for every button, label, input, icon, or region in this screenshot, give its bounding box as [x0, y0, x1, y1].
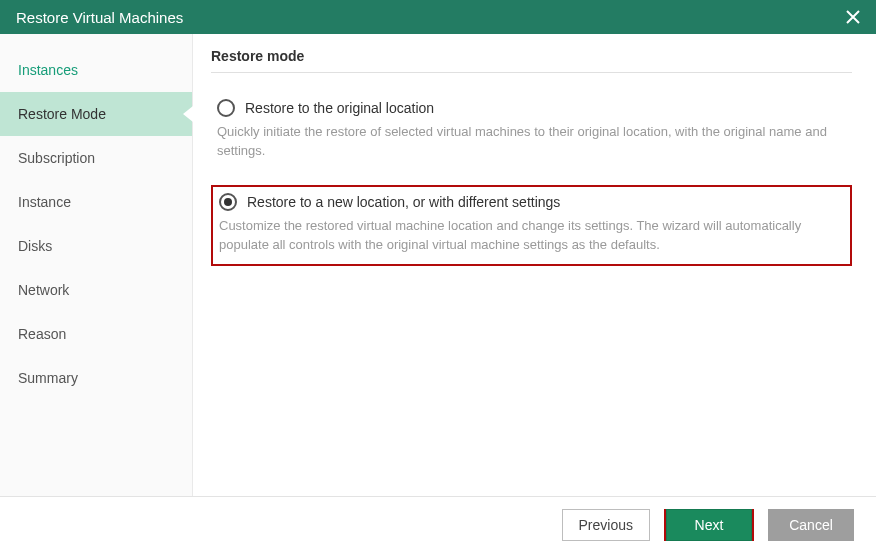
option-description: Customize the restored virtual machine l…	[219, 217, 844, 255]
sidebar-item-reason[interactable]: Reason	[0, 312, 192, 356]
option-label: Restore to the original location	[245, 100, 434, 116]
wizard-sidebar: Instances Restore Mode Subscription Inst…	[0, 34, 193, 496]
next-button[interactable]: Next	[666, 509, 752, 541]
radio-icon	[217, 99, 235, 117]
close-icon[interactable]	[842, 6, 864, 28]
option-new-location: Restore to a new location, or with diffe…	[211, 185, 852, 267]
main-panel: Restore mode Restore to the original loc…	[193, 34, 876, 496]
page-title: Restore mode	[211, 48, 852, 73]
sidebar-item-subscription[interactable]: Subscription	[0, 136, 192, 180]
sidebar-item-label: Disks	[18, 238, 52, 254]
sidebar-item-instance[interactable]: Instance	[0, 180, 192, 224]
dialog-title: Restore Virtual Machines	[16, 9, 842, 26]
radio-original-location[interactable]: Restore to the original location	[217, 99, 846, 117]
radio-icon	[219, 193, 237, 211]
option-original-location: Restore to the original location Quickly…	[211, 95, 852, 165]
sidebar-item-label: Reason	[18, 326, 66, 342]
sidebar-item-disks[interactable]: Disks	[0, 224, 192, 268]
sidebar-item-instances[interactable]: Instances	[0, 48, 192, 92]
option-description: Quickly initiate the restore of selected…	[217, 123, 846, 161]
sidebar-item-label: Summary	[18, 370, 78, 386]
sidebar-item-label: Instance	[18, 194, 71, 210]
sidebar-item-label: Instances	[18, 62, 78, 78]
sidebar-item-restore-mode[interactable]: Restore Mode	[0, 92, 192, 136]
sidebar-item-label: Restore Mode	[18, 106, 106, 122]
dialog-footer: Previous Next Cancel	[0, 496, 876, 555]
sidebar-item-network[interactable]: Network	[0, 268, 192, 312]
radio-new-location[interactable]: Restore to a new location, or with diffe…	[219, 193, 844, 211]
sidebar-item-summary[interactable]: Summary	[0, 356, 192, 400]
sidebar-item-label: Network	[18, 282, 69, 298]
sidebar-item-label: Subscription	[18, 150, 95, 166]
titlebar: Restore Virtual Machines	[0, 0, 876, 34]
previous-button[interactable]: Previous	[562, 509, 650, 541]
option-label: Restore to a new location, or with diffe…	[247, 194, 560, 210]
cancel-button[interactable]: Cancel	[768, 509, 854, 541]
